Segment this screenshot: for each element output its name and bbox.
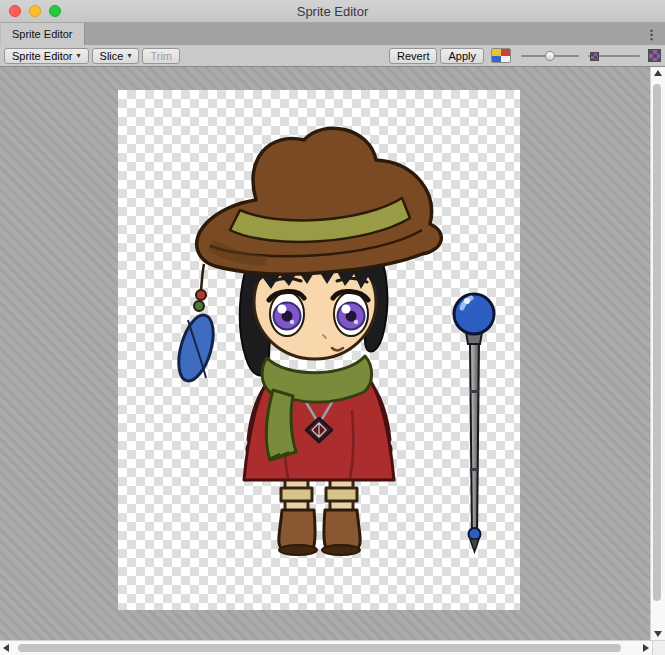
kebab-menu-icon: ⋮ [645, 27, 658, 42]
zoom-slider-thumb[interactable] [545, 51, 555, 61]
sprite-editor-mode-label: Sprite Editor [12, 50, 73, 62]
tab-label: Sprite Editor [12, 28, 73, 40]
boots [279, 510, 360, 555]
sprite-stage[interactable] [118, 90, 520, 610]
chevron-down-icon: ▾ [77, 52, 81, 60]
feather-charm [172, 264, 220, 385]
scroll-up-arrow-icon[interactable] [654, 70, 662, 76]
sprite-editor-window: Sprite Editor Sprite Editor ⋮ Sprite Edi… [0, 0, 665, 655]
color-channels-icon[interactable] [491, 48, 511, 63]
color-channel-swatch [492, 56, 501, 63]
scrollbar-corner [652, 640, 665, 655]
window-title: Sprite Editor [297, 4, 369, 19]
scroll-down-arrow-icon[interactable] [654, 631, 662, 637]
mip-slider[interactable] [588, 49, 640, 63]
horizontal-scroll-thumb[interactable] [18, 644, 621, 652]
sprite-canvas[interactable] [0, 67, 650, 640]
tab-sprite-editor[interactable]: Sprite Editor [0, 23, 85, 45]
chevron-down-icon: ▾ [127, 52, 131, 60]
traffic-lights [9, 5, 61, 17]
horizontal-scrollbar[interactable] [0, 640, 652, 655]
apply-button[interactable]: Apply [440, 48, 484, 64]
titlebar: Sprite Editor [0, 0, 665, 23]
vertical-scrollbar[interactable] [650, 67, 665, 640]
vertical-scroll-track[interactable] [651, 79, 665, 628]
minimize-button[interactable] [29, 5, 41, 17]
revert-button[interactable]: Revert [389, 48, 437, 64]
revert-label: Revert [397, 50, 429, 62]
scroll-right-arrow-icon[interactable] [643, 644, 649, 652]
close-button[interactable] [9, 5, 21, 17]
sprite-chibi-witch-and-staff [118, 90, 520, 610]
witch-hat [197, 128, 442, 274]
horizontal-scroll-track[interactable] [12, 641, 640, 655]
fullscreen-button[interactable] [49, 5, 61, 17]
slice-label: Slice [100, 50, 124, 62]
pane-menu-button[interactable]: ⋮ [638, 23, 665, 45]
apply-label: Apply [448, 50, 476, 62]
tab-bar: Sprite Editor ⋮ [0, 23, 665, 45]
toolbar: Sprite Editor ▾ Slice ▾ Trim Revert Appl… [0, 45, 665, 67]
zoom-slider[interactable] [521, 49, 579, 63]
slice-dropdown[interactable]: Slice ▾ [92, 48, 140, 64]
staff-sprite [454, 294, 494, 552]
color-channel-swatch [501, 56, 510, 63]
vertical-scroll-thumb[interactable] [653, 84, 661, 600]
sprite-editor-mode-dropdown[interactable]: Sprite Editor ▾ [4, 48, 89, 64]
bottom-bar [0, 640, 665, 655]
trim-label: Trim [150, 50, 172, 62]
scroll-left-arrow-icon[interactable] [3, 644, 9, 652]
mip-texture-icon [648, 49, 661, 62]
mip-slider-thumb[interactable] [590, 52, 599, 61]
main-area [0, 67, 665, 640]
character-sprite [172, 128, 441, 555]
trim-button[interactable]: Trim [142, 48, 180, 64]
